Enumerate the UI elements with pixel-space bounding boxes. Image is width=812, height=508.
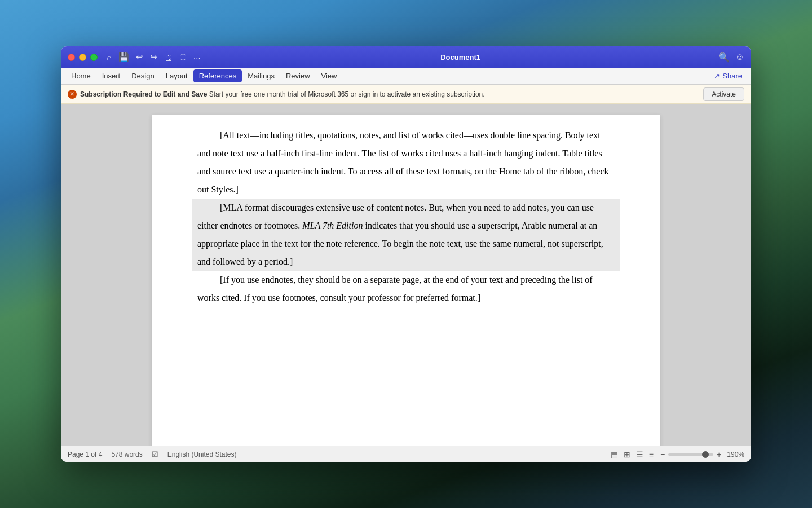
print-layout-icon[interactable]: ▤ [610,449,619,460]
print-icon[interactable]: 🖨 [162,51,175,64]
share-icon: ↗ [714,72,720,80]
menu-layout[interactable]: Layout [160,69,193,82]
zoom-slider[interactable] [668,453,713,456]
menu-review[interactable]: Review [280,69,316,82]
view-icons: ▤ ⊞ ☰ ≡ [610,449,655,460]
menu-mailings[interactable]: Mailings [242,69,280,82]
proofread-icon[interactable]: ☑ [152,450,158,458]
outline-icon[interactable]: ☰ [635,449,645,460]
status-right: ▤ ⊞ ☰ ≡ − + 190% [610,449,744,460]
toolbar-icons: ⌂ 💾 ↩ ↪ 🖨 ⬡ ··· [104,50,203,64]
menu-items: Home Insert Design Layout References Mai… [65,69,709,82]
zoom-thumb [702,451,709,458]
paragraph-2: [MLA format discourages extensive use of… [197,199,615,271]
home-icon[interactable]: ⌂ [104,51,114,64]
web-layout-icon[interactable]: ⊞ [623,449,632,460]
focus-icon[interactable]: ≡ [648,449,655,460]
paragraph-1: [All text—including titles, quotations, … [197,126,615,199]
page-content: [All text—including titles, quotations, … [197,126,615,307]
highlighted-block: [MLA format discourages extensive use of… [192,199,620,271]
maximize-button[interactable] [90,54,98,61]
menu-view[interactable]: View [316,69,343,82]
minimize-button[interactable] [79,54,86,61]
title-bar-right: 🔍 ☺ [718,52,744,63]
title-bar: ⌂ 💾 ↩ ↪ 🖨 ⬡ ··· Document1 🔍 ☺ [61,46,751,68]
share-button[interactable]: ↗ Share [709,70,747,82]
window-title-text: Document1 [440,53,480,62]
page-info: Page 1 of 4 [68,450,102,458]
word-count: 578 words [111,450,142,458]
format-icon[interactable]: ⬡ [177,50,189,64]
zoom-control: − + 190% [659,450,744,459]
notification-title: Subscription Required to Edit and Save [80,90,207,98]
zoom-in-button[interactable]: + [716,450,722,459]
para2-italic: MLA 7th Edition [302,221,363,230]
document-area[interactable]: [All text—including titles, quotations, … [61,104,751,446]
emoji-icon[interactable]: ☺ [735,52,744,62]
menu-home[interactable]: Home [65,69,96,82]
close-button[interactable] [68,54,75,61]
notification-message: Start your free one month trial of Micro… [209,90,485,98]
menu-bar-right: ↗ Share [709,70,747,82]
zoom-percent: 190% [727,450,744,458]
menu-insert[interactable]: Insert [96,69,126,82]
zoom-out-button[interactable]: − [659,450,666,459]
activate-button[interactable]: Activate [703,87,744,101]
language: English (United States) [167,450,237,458]
traffic-lights [68,54,98,61]
redo-icon[interactable]: ↪ [148,50,160,64]
notification-bar: ✕ Subscription Required to Edit and Save… [61,85,751,104]
status-bar: Page 1 of 4 578 words ☑ English (United … [61,446,751,462]
menu-references[interactable]: References [193,69,242,82]
undo-icon[interactable]: ↩ [134,50,145,64]
notification-text: Subscription Required to Edit and Save S… [80,90,700,98]
menu-bar: Home Insert Design Layout References Mai… [61,68,751,85]
status-left: Page 1 of 4 578 words ☑ English (United … [68,450,610,458]
menu-design[interactable]: Design [126,69,160,82]
paragraph-3: [If you use endnotes, they should be on … [197,271,615,307]
save-icon[interactable]: 💾 [116,50,131,64]
share-label: Share [722,72,742,80]
notification-close-icon[interactable]: ✕ [68,90,77,99]
document-window: ⌂ 💾 ↩ ↪ 🖨 ⬡ ··· Document1 🔍 ☺ Home Inser… [61,46,751,462]
more-icon[interactable]: ··· [191,51,203,64]
window-title: Document1 [203,53,718,62]
document-page: [All text—including titles, quotations, … [152,115,660,446]
search-icon[interactable]: 🔍 [718,52,730,63]
